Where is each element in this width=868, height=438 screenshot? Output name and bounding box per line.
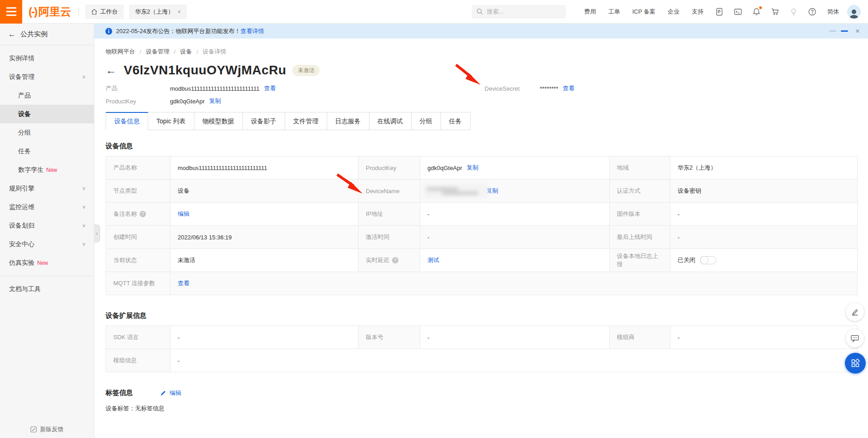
table-row: 产品名称 modbus111111111111111111111111 Prod… bbox=[106, 156, 857, 179]
tab-topic-list[interactable]: Topic 列表 bbox=[148, 112, 194, 130]
notification-bell-icon[interactable] bbox=[752, 8, 761, 16]
logo-bracket-mark: (-) bbox=[29, 5, 37, 18]
sidebar-menu: 实例详情 设备管理∧ 产品 设备 分组 任务 数字孪生New 规则引擎∨ 监控运… bbox=[0, 45, 94, 298]
product-value: modbus111111111111111111111111 bbox=[170, 85, 260, 92]
productkey-cell: gdk0qGteApr复制 bbox=[420, 156, 609, 179]
tab-jobs[interactable]: 任务 bbox=[441, 112, 470, 130]
sidebar-item-device-management[interactable]: 设备管理∧ bbox=[0, 68, 94, 86]
sidebar-back-header[interactable]: ← 公共实例 bbox=[0, 24, 94, 45]
sidebar-item-instance-details[interactable]: 实例详情 bbox=[0, 49, 94, 68]
tab-groups[interactable]: 分组 bbox=[412, 112, 441, 130]
sidebar-item-simulation[interactable]: 仿真实验New bbox=[0, 253, 94, 272]
sidebar-item-device-assignment[interactable]: 设备划归∨ bbox=[0, 216, 94, 235]
hamburger-menu-icon[interactable] bbox=[0, 0, 22, 24]
nav-tickets[interactable]: 工单 bbox=[608, 8, 620, 16]
tab-device-info[interactable]: 设备信息 bbox=[106, 112, 148, 130]
table-row: MQTT 连接参数 查看 bbox=[106, 272, 857, 295]
devicesecret-view-link[interactable]: 查看 bbox=[563, 84, 574, 92]
tags-section-title: 标签信息 bbox=[106, 389, 133, 397]
page: (-) 阿里云 工作台 华东2（上海） ∨ 费用 工单 ICP 备案 企业 支持 bbox=[0, 0, 868, 438]
latency-cell: 测试 bbox=[420, 249, 609, 272]
breadcrumb-devices[interactable]: 设备 bbox=[180, 48, 192, 56]
devicesecret-label: DeviceSecret bbox=[485, 85, 540, 92]
feedback-button[interactable]: 新版反馈 bbox=[0, 425, 94, 433]
workbench-button[interactable]: 工作台 bbox=[85, 5, 124, 19]
breadcrumb-separator: / bbox=[174, 49, 176, 55]
sidebar-item-rules-engine[interactable]: 规则引擎∨ bbox=[0, 179, 94, 198]
home-icon bbox=[91, 9, 97, 15]
devicesecret-value: ******** bbox=[540, 85, 558, 92]
cart-icon[interactable] bbox=[771, 8, 779, 16]
sidebar-collapse-handle[interactable]: ‹ bbox=[94, 224, 100, 243]
chevron-down-icon: ∨ bbox=[82, 204, 86, 210]
aliyun-logo[interactable]: (-) 阿里云 bbox=[29, 5, 71, 19]
local-log-toggle[interactable] bbox=[700, 256, 716, 264]
nav-support[interactable]: 支持 bbox=[692, 8, 703, 16]
test-link[interactable]: 测试 bbox=[427, 256, 439, 264]
grid-apps-icon bbox=[851, 359, 860, 368]
row-label: DeviceName bbox=[358, 180, 420, 202]
nav-icp[interactable]: ICP 备案 bbox=[632, 8, 655, 16]
tab-tsl-data[interactable]: 物模型数据 bbox=[194, 112, 243, 130]
logo-text: 阿里云 bbox=[39, 5, 71, 19]
lightbulb-icon[interactable] bbox=[790, 8, 798, 16]
announcement-pager-dash[interactable] bbox=[829, 30, 836, 32]
global-search[interactable] bbox=[472, 5, 566, 19]
device-tabs: 设备信息 Topic 列表 物模型数据 设备影子 文件管理 日志服务 在线调试 … bbox=[106, 112, 868, 130]
announcement-pager-dash-active[interactable] bbox=[841, 30, 848, 32]
back-arrow-icon[interactable]: ← bbox=[8, 30, 16, 39]
tab-online-debug[interactable]: 在线调试 bbox=[369, 112, 412, 130]
tags-edit-button[interactable]: 编辑 bbox=[160, 389, 181, 397]
back-arrow-icon[interactable]: ← bbox=[106, 64, 116, 77]
user-avatar[interactable] bbox=[847, 5, 861, 19]
search-icon bbox=[476, 8, 483, 15]
terminal-icon[interactable] bbox=[734, 8, 742, 16]
device-secret-block: DeviceSecret ******** 查看 bbox=[485, 82, 574, 95]
table-row: 创建时间 2022/06/13 15:36:19 激活时间 - 最后上线时间 - bbox=[106, 225, 857, 248]
ext-info-table: SDK 语言 - 版本号 - 模组商 - 模组信息 - bbox=[106, 326, 858, 372]
device-tags-empty: 无标签信息 bbox=[135, 405, 165, 412]
nav-billing[interactable]: 费用 bbox=[584, 8, 596, 16]
language-switch[interactable]: 简体 bbox=[827, 8, 839, 16]
sidebar-item-products[interactable]: 产品 bbox=[0, 86, 94, 105]
close-icon[interactable]: × bbox=[855, 27, 860, 35]
help-circle-icon[interactable] bbox=[808, 8, 816, 16]
feedback-chat-fab-button[interactable] bbox=[846, 329, 864, 347]
row-label-text: 备注名称 bbox=[113, 210, 137, 218]
tab-device-shadow[interactable]: 设备影子 bbox=[243, 112, 285, 130]
view-link[interactable]: 查看 bbox=[178, 279, 189, 287]
help-icon[interactable]: ? bbox=[140, 211, 146, 217]
firmware-value: - bbox=[670, 203, 857, 225]
help-icon[interactable]: ? bbox=[392, 257, 398, 263]
activated-time-value: - bbox=[420, 226, 609, 248]
app-icon[interactable] bbox=[715, 8, 723, 16]
row-label: 固件版本 bbox=[609, 203, 670, 225]
region-selector[interactable]: 华东2（上海） ∨ bbox=[129, 5, 187, 19]
sidebar-item-jobs[interactable]: 任务 bbox=[0, 142, 94, 161]
sidebar-item-label: 设备划归 bbox=[9, 222, 34, 230]
tab-file-management[interactable]: 文件管理 bbox=[285, 112, 327, 130]
breadcrumb-iot-platform[interactable]: 物联网平台 bbox=[106, 48, 135, 56]
breadcrumb-device-management[interactable]: 设备管理 bbox=[146, 48, 170, 56]
search-input[interactable] bbox=[487, 8, 559, 15]
sidebar-item-docs-tools[interactable]: 文档与工具 bbox=[0, 280, 94, 298]
table-row: SDK 语言 - 版本号 - 模组商 - bbox=[106, 326, 857, 349]
sidebar-item-devices[interactable]: 设备 bbox=[0, 105, 94, 123]
productkey-copy-link[interactable]: 复制 bbox=[209, 97, 221, 105]
created-time-value: 2022/06/13 15:36:19 bbox=[170, 226, 358, 248]
tab-log-service[interactable]: 日志服务 bbox=[327, 112, 369, 130]
sidebar-item-groups[interactable]: 分组 bbox=[0, 123, 94, 142]
edit-link[interactable]: 编辑 bbox=[178, 210, 189, 218]
survey-fab-button[interactable] bbox=[846, 303, 864, 321]
widgets-fab-button[interactable] bbox=[845, 353, 866, 374]
row-label: 认证方式 bbox=[609, 180, 670, 202]
announcement-link[interactable]: 查看详情 bbox=[241, 27, 264, 35]
sidebar-item-label: 文档与工具 bbox=[9, 285, 41, 293]
sidebar-item-digital-twin[interactable]: 数字孪生New bbox=[0, 161, 94, 179]
copy-link[interactable]: 复制 bbox=[467, 164, 479, 172]
row-label: 最后上线时间 bbox=[609, 226, 670, 248]
sidebar-item-security-center[interactable]: 安全中心∨ bbox=[0, 235, 94, 253]
product-view-link[interactable]: 查看 bbox=[264, 84, 276, 92]
nav-enterprise[interactable]: 企业 bbox=[668, 8, 679, 16]
sidebar-item-monitoring[interactable]: 监控运维∨ bbox=[0, 198, 94, 216]
